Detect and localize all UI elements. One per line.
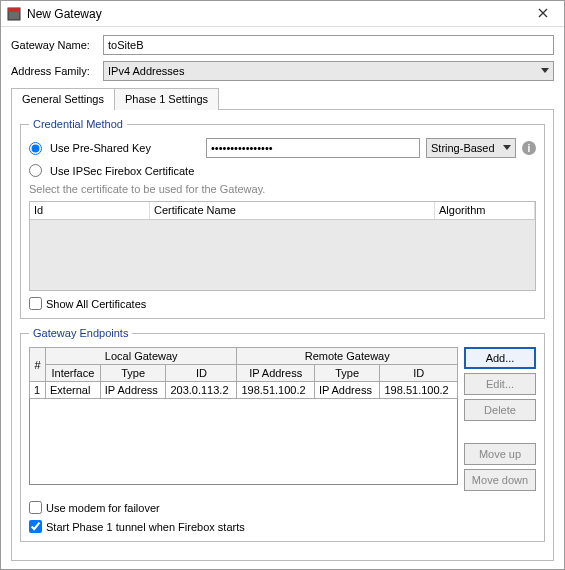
cert-col-name[interactable]: Certificate Name	[150, 202, 435, 219]
table-row[interactable]: 1 External IP Address 203.0.113.2 198.51…	[30, 382, 458, 399]
use-psk-label: Use Pre-Shared Key	[50, 142, 200, 154]
cert-hint: Select the certificate to be used for th…	[29, 183, 536, 195]
show-all-certs-checkbox[interactable]	[29, 297, 42, 310]
tab-general-settings[interactable]: General Settings	[11, 88, 115, 110]
cert-col-id[interactable]: Id	[30, 202, 150, 219]
start-phase1-checkbox[interactable]	[29, 520, 42, 533]
ep-cell-num: 1	[30, 382, 46, 399]
credential-method-group: Credential Method Use Pre-Shared Key Str…	[20, 118, 545, 319]
close-icon	[538, 8, 548, 20]
psk-type-select[interactable]: String-Based	[426, 138, 516, 158]
address-family-value: IPv4 Addresses	[108, 65, 184, 77]
endpoints-table: # Local Gateway Remote Gateway Interface…	[29, 347, 458, 399]
window-title: New Gateway	[27, 7, 528, 21]
ep-cell-local-type: IP Address	[100, 382, 166, 399]
address-family-label: Address Family:	[11, 65, 103, 77]
ep-col-remote-id[interactable]: ID	[380, 365, 458, 382]
ep-col-remote-type[interactable]: Type	[314, 365, 380, 382]
ep-group-local[interactable]: Local Gateway	[46, 348, 237, 365]
start-phase1-label: Start Phase 1 tunnel when Firebox starts	[46, 521, 245, 533]
tab-panel-general: Credential Method Use Pre-Shared Key Str…	[11, 110, 554, 561]
ep-cell-interface: External	[46, 382, 101, 399]
edit-button[interactable]: Edit...	[464, 373, 536, 395]
tabs: General Settings Phase 1 Settings	[11, 87, 554, 110]
show-all-certs-row: Show All Certificates	[29, 297, 536, 310]
chevron-down-icon	[541, 68, 549, 74]
cert-table-header: Id Certificate Name Algorithm	[30, 202, 535, 220]
info-icon[interactable]: i	[522, 141, 536, 155]
ep-col-local-type[interactable]: Type	[100, 365, 166, 382]
svg-rect-1	[8, 8, 20, 12]
ep-cell-remote-ip: 198.51.100.2	[237, 382, 314, 399]
move-up-button[interactable]: Move up	[464, 443, 536, 465]
chevron-down-icon	[503, 145, 511, 151]
cert-table: Id Certificate Name Algorithm	[29, 201, 536, 291]
ep-col-interface[interactable]: Interface	[46, 365, 101, 382]
modem-failover-label: Use modem for failover	[46, 502, 160, 514]
credential-method-legend: Credential Method	[29, 118, 127, 130]
ep-col-local-id[interactable]: ID	[166, 365, 237, 382]
close-button[interactable]	[528, 4, 558, 24]
endpoint-options: Use modem for failover Start Phase 1 tun…	[29, 501, 536, 533]
app-icon	[7, 7, 21, 21]
cert-table-body	[30, 220, 535, 290]
ep-cell-remote-id: 198.51.100.2	[380, 382, 458, 399]
use-cert-label: Use IPSec Firebox Certificate	[50, 165, 194, 177]
gateway-name-row: Gateway Name:	[11, 35, 554, 55]
show-all-certs-label: Show All Certificates	[46, 298, 146, 310]
ep-col-num[interactable]: #	[30, 348, 46, 382]
ep-cell-remote-type: IP Address	[314, 382, 380, 399]
endpoints-layout: # Local Gateway Remote Gateway Interface…	[29, 347, 536, 491]
endpoints-empty-area	[29, 399, 458, 485]
gateway-name-label: Gateway Name:	[11, 39, 103, 51]
cert-col-alg[interactable]: Algorithm	[435, 202, 535, 219]
modem-failover-checkbox[interactable]	[29, 501, 42, 514]
psk-type-value: String-Based	[431, 142, 495, 154]
ep-group-remote[interactable]: Remote Gateway	[237, 348, 458, 365]
add-button[interactable]: Add...	[464, 347, 536, 369]
use-cert-row: Use IPSec Firebox Certificate	[29, 164, 536, 177]
ep-cell-local-id: 203.0.113.2	[166, 382, 237, 399]
dialog-content: Gateway Name: Address Family: IPv4 Addre…	[1, 27, 564, 567]
ep-col-remote-ip[interactable]: IP Address	[237, 365, 314, 382]
address-family-select[interactable]: IPv4 Addresses	[103, 61, 554, 81]
use-cert-radio[interactable]	[29, 164, 42, 177]
gateway-endpoints-legend: Gateway Endpoints	[29, 327, 132, 339]
tab-phase1-settings[interactable]: Phase 1 Settings	[114, 88, 219, 110]
address-family-row: Address Family: IPv4 Addresses	[11, 61, 554, 81]
endpoints-actions: Add... Edit... Delete Move up Move down	[464, 347, 536, 491]
psk-input[interactable]	[206, 138, 420, 158]
move-down-button[interactable]: Move down	[464, 469, 536, 491]
gateway-endpoints-group: Gateway Endpoints # Local Gateway Remote…	[20, 327, 545, 542]
use-psk-row: Use Pre-Shared Key String-Based i	[29, 138, 536, 158]
endpoints-table-wrap: # Local Gateway Remote Gateway Interface…	[29, 347, 458, 491]
delete-button[interactable]: Delete	[464, 399, 536, 421]
gateway-name-input[interactable]	[103, 35, 554, 55]
title-bar: New Gateway	[1, 1, 564, 27]
use-psk-radio[interactable]	[29, 142, 42, 155]
